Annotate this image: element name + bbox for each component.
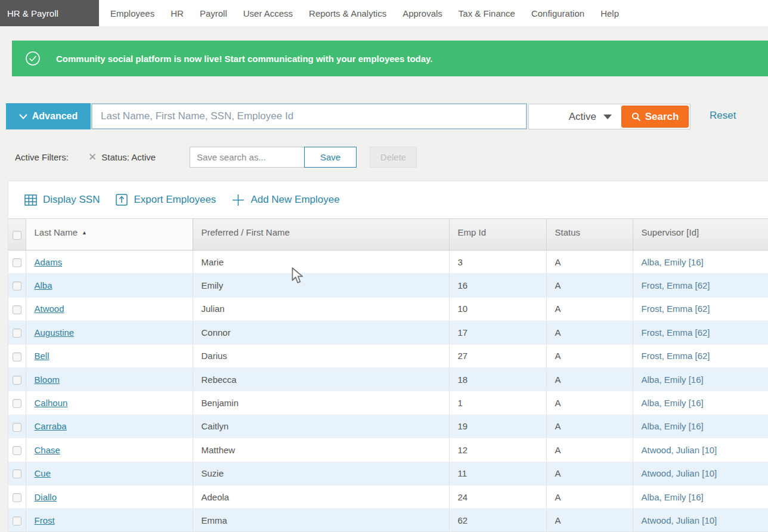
row-checkbox[interactable] (13, 446, 21, 455)
nav-item-help[interactable]: Help (600, 8, 619, 18)
search-button[interactable]: Search (621, 106, 689, 128)
row-checkbox[interactable] (13, 493, 21, 502)
employee-id: 3 (449, 250, 546, 274)
row-checkbox[interactable] (13, 423, 21, 432)
employee-supervisor: Alba, Emily [16] (633, 250, 768, 274)
column-header-status[interactable]: Status (546, 219, 633, 250)
row-select-cell (8, 367, 26, 391)
employee-last-name-link[interactable]: Adams (35, 257, 63, 267)
column-header-emp-id[interactable]: Emp Id (449, 219, 546, 250)
employee-supervisor: Atwood, Julian [10] (633, 462, 768, 485)
delete-search-button[interactable]: Delete (370, 147, 417, 168)
employee-id: 18 (449, 367, 546, 391)
employee-first-name: Matthew (193, 438, 449, 462)
row-checkbox[interactable] (13, 352, 21, 361)
employee-last-name-link[interactable]: Calhoun (35, 398, 68, 408)
last-name-cell: Diallo (26, 485, 193, 508)
app-tab-hr-payroll[interactable]: HR & Payroll (0, 0, 99, 26)
table-row: CalhounBenjamin1AAlba, Emily [16] (8, 391, 768, 415)
export-employees-label: Export Employees (134, 194, 216, 206)
table-row: AlbaEmily16AFrost, Emma [62] (8, 274, 768, 297)
employee-last-name-link[interactable]: Atwood (35, 304, 64, 314)
last-name-cell: Alba (26, 274, 193, 297)
select-all-checkbox[interactable] (13, 231, 21, 240)
search-input[interactable] (91, 103, 527, 129)
employee-status: A (546, 321, 633, 344)
column-header-last-name[interactable]: Last Name▲ (26, 219, 193, 250)
last-name-cell: Frost (26, 509, 193, 532)
table-toolbar: Display SSN Export Employees Add New Emp… (8, 181, 768, 218)
row-checkbox[interactable] (13, 399, 21, 408)
search-icon (631, 112, 641, 122)
employee-supervisor: Alba, Emily [16] (633, 415, 768, 438)
save-search-input[interactable] (190, 147, 305, 168)
advanced-label: Advanced (32, 111, 78, 122)
save-search-button[interactable]: Save (304, 147, 357, 168)
employee-last-name-link[interactable]: Alba (35, 280, 52, 290)
display-ssn-button[interactable]: Display SSN (24, 194, 100, 206)
employee-status: A (546, 367, 633, 391)
column-header-supervisor[interactable]: Supervisor [Id] (633, 219, 768, 250)
employee-supervisor: Alba, Emily [16] (633, 367, 768, 391)
employee-last-name-link[interactable]: Chase (35, 445, 60, 455)
table-row: AugustineConnor17AFrost, Emma [62] (8, 321, 768, 344)
employee-id: 19 (449, 415, 546, 438)
row-checkbox[interactable] (13, 282, 21, 290)
nav-item-approvals[interactable]: Approvals (402, 8, 442, 18)
advanced-search-button[interactable]: Advanced (6, 103, 91, 129)
row-select-cell (8, 485, 26, 508)
last-name-cell: Chase (26, 438, 193, 462)
employee-id: 1 (449, 391, 546, 415)
employee-last-name-link[interactable]: Diallo (35, 492, 57, 502)
employee-last-name-link[interactable]: Carraba (35, 421, 67, 431)
nav-item-user-access[interactable]: User Access (243, 8, 293, 18)
add-new-employee-button[interactable]: Add New Employee (232, 194, 339, 206)
column-label: Emp Id (458, 227, 487, 237)
employee-supervisor: Alba, Emily [16] (633, 391, 768, 415)
employee-last-name-link[interactable]: Bloom (35, 375, 60, 385)
row-checkbox[interactable] (13, 516, 21, 525)
employee-status: A (546, 485, 633, 508)
export-icon (116, 194, 128, 206)
employee-status: A (546, 438, 633, 462)
add-new-employee-label: Add New Employee (250, 194, 339, 206)
search-label: Search (645, 111, 679, 123)
reset-link[interactable]: Reset (710, 110, 736, 122)
employee-status: A (546, 462, 633, 485)
employee-first-name: Julian (193, 297, 449, 320)
status-filter-chip[interactable]: ✕ Status: Active (88, 152, 156, 162)
row-select-cell (8, 391, 26, 415)
nav-item-configuration[interactable]: Configuration (531, 8, 584, 18)
employee-list-card: Display SSN Export Employees Add New Emp… (8, 181, 768, 532)
nav-item-hr[interactable]: HR (171, 8, 184, 18)
table-row: FrostEmma62AAtwood, Julian [10] (8, 509, 768, 532)
check-circle-icon (25, 51, 41, 66)
employee-last-name-link[interactable]: Frost (35, 515, 55, 525)
row-select-cell (8, 274, 26, 297)
employee-status: A (546, 391, 633, 415)
nav-item-payroll[interactable]: Payroll (200, 8, 227, 18)
employee-first-name: Caitlyn (193, 415, 449, 438)
employee-last-name-link[interactable]: Bell (35, 351, 49, 361)
main-nav: Employees HR Payroll User Access Reports… (99, 0, 619, 26)
remove-filter-icon[interactable]: ✕ (88, 152, 97, 162)
employee-id: 11 (449, 462, 546, 485)
row-checkbox[interactable] (13, 469, 21, 478)
row-checkbox[interactable] (13, 329, 21, 338)
sort-asc-icon: ▲ (82, 230, 87, 236)
nav-item-reports-analytics[interactable]: Reports & Analytics (309, 8, 386, 18)
nav-item-employees[interactable]: Employees (110, 8, 154, 18)
employee-first-name: Emily (193, 274, 449, 297)
row-select-cell (8, 438, 26, 462)
row-checkbox[interactable] (13, 376, 21, 385)
status-filter-select[interactable]: Active (529, 111, 621, 123)
nav-item-tax-finance[interactable]: Tax & Finance (459, 8, 515, 18)
row-select-cell (8, 462, 26, 485)
employee-last-name-link[interactable]: Augustine (35, 327, 75, 338)
column-header-first-name[interactable]: Preferred / First Name (193, 219, 449, 250)
export-employees-button[interactable]: Export Employees (116, 194, 216, 206)
employee-table-body: AdamsMarie3AAlba, Emily [16]AlbaEmily16A… (8, 250, 768, 532)
row-checkbox[interactable] (13, 258, 21, 267)
employee-last-name-link[interactable]: Cue (35, 468, 51, 478)
row-checkbox[interactable] (13, 305, 21, 314)
